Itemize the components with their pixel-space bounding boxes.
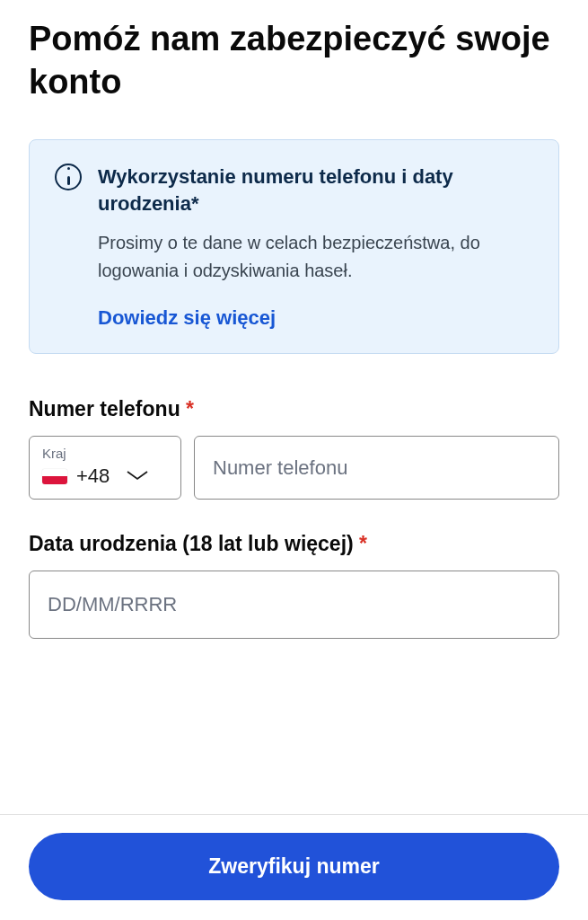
phone-label: Numer telefonu * (29, 397, 559, 421)
learn-more-link[interactable]: Dowiedz się więcej (98, 306, 276, 329)
country-code-select[interactable]: Kraj +48 (29, 436, 181, 500)
info-description: Prosimy o te dane w celach bezpieczeństw… (98, 229, 533, 285)
required-indicator: * (359, 532, 367, 555)
required-indicator: * (186, 397, 194, 420)
page-title: Pomóż nam zabezpieczyć swoje konto (29, 18, 559, 103)
info-icon (55, 164, 82, 330)
country-label: Kraj (42, 446, 171, 461)
dial-code: +48 (76, 464, 110, 488)
poland-flag-icon (42, 469, 67, 484)
date-of-birth-input[interactable] (29, 571, 559, 639)
chevron-down-icon (126, 468, 149, 484)
phone-number-input[interactable] (194, 436, 559, 500)
info-box: Wykorzystanie numeru telefonu i daty uro… (29, 139, 559, 354)
dob-label: Data urodzenia (18 lat lub więcej) * (29, 532, 559, 556)
verify-number-button[interactable]: Zweryfikuj numer (29, 833, 559, 900)
info-title: Wykorzystanie numeru telefonu i daty uro… (98, 164, 533, 217)
